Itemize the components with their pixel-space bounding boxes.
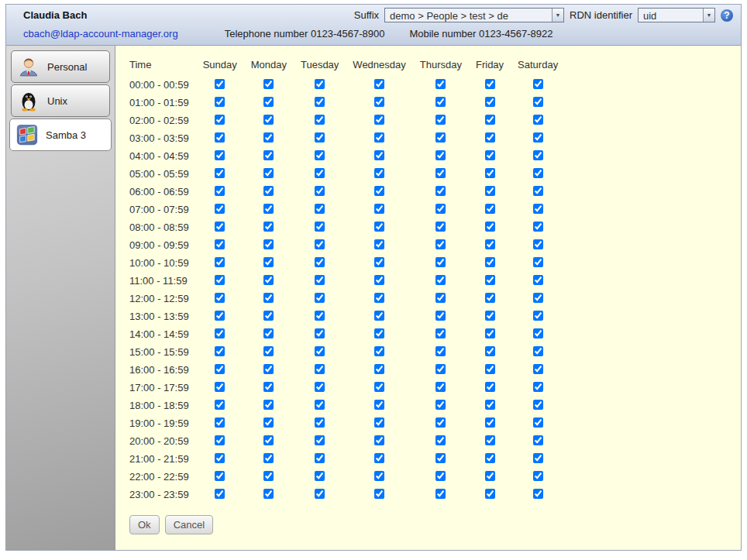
hour-checkbox-sunday[interactable]	[215, 382, 225, 392]
hour-checkbox-wednesday[interactable]	[374, 168, 384, 178]
hour-checkbox-wednesday[interactable]	[374, 186, 384, 196]
hour-checkbox-sunday[interactable]	[215, 239, 225, 249]
hour-checkbox-wednesday[interactable]	[374, 97, 384, 107]
hour-checkbox-wednesday[interactable]	[374, 239, 384, 249]
hour-checkbox-saturday[interactable]	[533, 204, 543, 214]
hour-checkbox-tuesday[interactable]	[315, 150, 325, 160]
hour-checkbox-tuesday[interactable]	[315, 346, 325, 356]
help-icon[interactable]: ?	[721, 9, 733, 22]
hour-checkbox-wednesday[interactable]	[374, 115, 384, 125]
hour-checkbox-wednesday[interactable]	[374, 79, 384, 89]
hour-checkbox-sunday[interactable]	[215, 293, 225, 303]
hour-checkbox-saturday[interactable]	[533, 115, 543, 125]
hour-checkbox-sunday[interactable]	[215, 453, 225, 463]
hour-checkbox-tuesday[interactable]	[315, 186, 325, 196]
hour-checkbox-sunday[interactable]	[215, 417, 225, 428]
hour-checkbox-saturday[interactable]	[533, 222, 543, 232]
hour-checkbox-friday[interactable]	[485, 79, 495, 89]
hour-checkbox-monday[interactable]	[263, 471, 274, 481]
hour-checkbox-tuesday[interactable]	[315, 417, 325, 428]
hour-checkbox-wednesday[interactable]	[374, 204, 384, 214]
hour-checkbox-monday[interactable]	[263, 204, 274, 214]
hour-checkbox-tuesday[interactable]	[315, 328, 325, 338]
hour-checkbox-thursday[interactable]	[435, 79, 446, 89]
hour-checkbox-sunday[interactable]	[215, 346, 225, 356]
hour-checkbox-saturday[interactable]	[533, 275, 543, 285]
hour-checkbox-tuesday[interactable]	[315, 79, 325, 89]
hour-checkbox-sunday[interactable]	[215, 489, 225, 499]
hour-checkbox-sunday[interactable]	[215, 275, 225, 285]
sidebar-tab-personal[interactable]: Personal	[11, 50, 110, 83]
hour-checkbox-friday[interactable]	[485, 400, 495, 410]
hour-checkbox-sunday[interactable]	[215, 97, 225, 107]
hour-checkbox-monday[interactable]	[263, 453, 274, 463]
hour-checkbox-tuesday[interactable]	[315, 489, 325, 499]
hour-checkbox-sunday[interactable]	[215, 311, 225, 321]
hour-checkbox-saturday[interactable]	[533, 382, 543, 392]
hour-checkbox-saturday[interactable]	[533, 186, 543, 196]
hour-checkbox-friday[interactable]	[485, 417, 495, 428]
hour-checkbox-saturday[interactable]	[533, 311, 543, 321]
hour-checkbox-tuesday[interactable]	[315, 97, 325, 107]
hour-checkbox-thursday[interactable]	[435, 257, 446, 267]
hour-checkbox-saturday[interactable]	[533, 132, 543, 143]
hour-checkbox-thursday[interactable]	[435, 97, 446, 107]
hour-checkbox-sunday[interactable]	[215, 132, 225, 143]
hour-checkbox-friday[interactable]	[485, 257, 495, 267]
hour-checkbox-tuesday[interactable]	[315, 453, 325, 463]
hour-checkbox-friday[interactable]	[485, 222, 495, 232]
hour-checkbox-tuesday[interactable]	[315, 257, 325, 267]
hour-checkbox-wednesday[interactable]	[374, 222, 384, 232]
hour-checkbox-sunday[interactable]	[215, 257, 225, 267]
hour-checkbox-thursday[interactable]	[435, 222, 446, 232]
hour-checkbox-friday[interactable]	[485, 132, 495, 143]
hour-checkbox-friday[interactable]	[485, 453, 495, 463]
hour-checkbox-friday[interactable]	[485, 275, 495, 285]
hour-checkbox-monday[interactable]	[263, 115, 274, 125]
hour-checkbox-friday[interactable]	[485, 435, 495, 445]
hour-checkbox-sunday[interactable]	[215, 400, 225, 410]
hour-checkbox-thursday[interactable]	[435, 435, 446, 445]
hour-checkbox-friday[interactable]	[485, 471, 495, 481]
hour-checkbox-tuesday[interactable]	[315, 132, 325, 143]
hour-checkbox-tuesday[interactable]	[315, 382, 325, 392]
hour-checkbox-saturday[interactable]	[533, 150, 543, 160]
hour-checkbox-monday[interactable]	[263, 132, 274, 143]
hour-checkbox-thursday[interactable]	[435, 489, 446, 499]
hour-checkbox-tuesday[interactable]	[315, 435, 325, 445]
hour-checkbox-sunday[interactable]	[215, 115, 225, 125]
hour-checkbox-tuesday[interactable]	[315, 471, 325, 481]
hour-checkbox-friday[interactable]	[485, 489, 495, 499]
hour-checkbox-thursday[interactable]	[435, 204, 446, 214]
hour-checkbox-saturday[interactable]	[533, 400, 543, 410]
hour-checkbox-wednesday[interactable]	[374, 293, 384, 303]
hour-checkbox-wednesday[interactable]	[374, 489, 384, 499]
hour-checkbox-monday[interactable]	[263, 186, 274, 196]
suffix-select[interactable]: demo > People > test > de ▼	[384, 8, 564, 22]
hour-checkbox-saturday[interactable]	[533, 79, 543, 89]
hour-checkbox-saturday[interactable]	[533, 168, 543, 178]
hour-checkbox-thursday[interactable]	[435, 400, 446, 410]
hour-checkbox-tuesday[interactable]	[315, 115, 325, 125]
hour-checkbox-saturday[interactable]	[533, 364, 543, 374]
hour-checkbox-thursday[interactable]	[435, 186, 446, 196]
hour-checkbox-friday[interactable]	[485, 293, 495, 303]
hour-checkbox-monday[interactable]	[263, 275, 274, 285]
hour-checkbox-wednesday[interactable]	[374, 328, 384, 338]
hour-checkbox-monday[interactable]	[263, 311, 274, 321]
hour-checkbox-sunday[interactable]	[215, 204, 225, 214]
hour-checkbox-wednesday[interactable]	[374, 150, 384, 160]
hour-checkbox-tuesday[interactable]	[315, 364, 325, 374]
hour-checkbox-thursday[interactable]	[435, 275, 446, 285]
hour-checkbox-monday[interactable]	[263, 97, 274, 107]
hour-checkbox-friday[interactable]	[485, 382, 495, 392]
hour-checkbox-tuesday[interactable]	[315, 239, 325, 249]
hour-checkbox-wednesday[interactable]	[374, 417, 384, 428]
hour-checkbox-sunday[interactable]	[215, 150, 225, 160]
hour-checkbox-thursday[interactable]	[435, 239, 446, 249]
hour-checkbox-wednesday[interactable]	[374, 471, 384, 481]
hour-checkbox-sunday[interactable]	[215, 435, 225, 445]
hour-checkbox-wednesday[interactable]	[374, 435, 384, 445]
hour-checkbox-sunday[interactable]	[215, 471, 225, 481]
hour-checkbox-monday[interactable]	[263, 400, 274, 410]
